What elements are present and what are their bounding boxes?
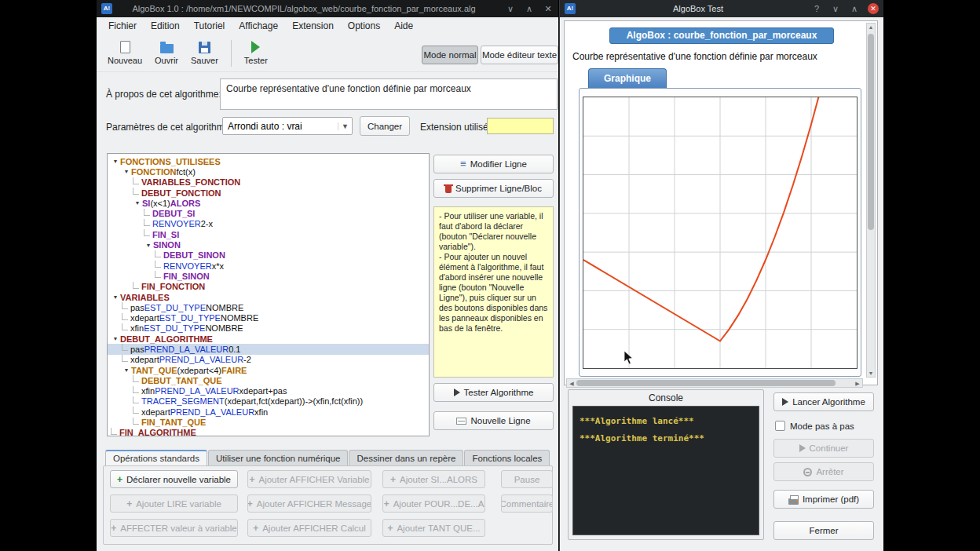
tree-line[interactable]: FIN_FONCTION bbox=[108, 282, 429, 292]
expand-arrow-icon[interactable]: ▼ bbox=[122, 169, 131, 174]
launch-algorithm-button[interactable]: Lancer Algorithme bbox=[773, 392, 874, 411]
close-button[interactable]: Fermer bbox=[773, 521, 874, 540]
tree-line[interactable]: FIN_TANT_QUE bbox=[108, 417, 429, 427]
menu-affichage[interactable]: Affichage bbox=[232, 20, 285, 31]
scroll-left-icon[interactable]: ◀ bbox=[567, 381, 576, 387]
tree-line[interactable]: xfin EST_DU_TYPE NOMBRE bbox=[108, 323, 429, 334]
branch-line bbox=[133, 407, 139, 414]
modify-line-button[interactable]: ≡ Modifier Ligne bbox=[433, 155, 554, 173]
tree-line[interactable]: DEBUT_TANT_QUE bbox=[108, 375, 429, 385]
branch-line bbox=[133, 282, 139, 289]
test-algorithm-button[interactable]: Tester Algorithme bbox=[433, 383, 554, 402]
stop-button[interactable]: Arrêter bbox=[773, 462, 874, 481]
continue-button[interactable]: Continuer bbox=[773, 439, 874, 458]
scroll-right-icon[interactable]: ▶ bbox=[853, 381, 862, 387]
algorithm-tree[interactable]: ▼FONCTIONS_UTILISEES▼FONCTION fct(x)VARI… bbox=[107, 153, 430, 436]
test-button[interactable]: Tester bbox=[238, 38, 274, 68]
scroll-up-icon[interactable]: ▲ bbox=[866, 24, 876, 30]
tree-line[interactable]: ▼SI (x<1) ALORS bbox=[108, 198, 429, 208]
tree-line[interactable]: ▼TANT_QUE (xdepart<4) FAIRE bbox=[108, 365, 429, 375]
extension-label: Extension utilisée: bbox=[420, 122, 496, 133]
action-button-ajouter-si-alors[interactable]: +Ajouter SI...ALORS bbox=[382, 470, 485, 488]
tab-dessiner-dans-un-rep-re[interactable]: Dessiner dans un repère bbox=[349, 450, 463, 466]
expand-arrow-icon[interactable]: ▼ bbox=[111, 336, 120, 341]
expand-arrow-icon[interactable]: ▼ bbox=[111, 159, 120, 164]
help-icon[interactable]: ? bbox=[811, 4, 822, 13]
menu-fichier[interactable]: Fichier bbox=[101, 20, 144, 31]
mode-normal-button[interactable]: Mode normal bbox=[422, 46, 478, 64]
minimize-icon[interactable]: ∨ bbox=[830, 4, 841, 14]
close-window-icon[interactable]: ✕ bbox=[868, 3, 879, 14]
tree-line[interactable]: ▼DEBUT_ALGORITHME bbox=[108, 334, 429, 344]
save-button[interactable]: Sauver bbox=[185, 38, 225, 68]
tree-line[interactable]: RENVOYER x*x bbox=[108, 261, 429, 271]
tree-line[interactable]: VARIABLES_FONCTION bbox=[108, 177, 429, 188]
tree-line[interactable]: DEBUT_SI bbox=[108, 208, 429, 218]
open-folder-icon bbox=[160, 44, 174, 53]
action-button-d-clarer-nouvelle-variable[interactable]: +Déclarer nouvelle variable bbox=[110, 470, 238, 488]
plus-icon: + bbox=[390, 474, 396, 485]
menu-tutoriel[interactable]: Tutoriel bbox=[187, 20, 232, 31]
tree-line[interactable]: pas PREND_LA_VALEUR 0.1 bbox=[108, 344, 429, 354]
action-button-ajouter-lire-variable[interactable]: +Ajouter LIRE variable bbox=[110, 494, 238, 513]
maximize-icon[interactable]: ∧ bbox=[849, 4, 860, 14]
horizontal-scrollbar-thumb[interactable] bbox=[576, 380, 836, 386]
tree-line[interactable]: RENVOYER 2-x bbox=[108, 219, 429, 229]
close-label: Fermer bbox=[809, 526, 838, 535]
new-line-button[interactable]: Nouvelle Ligne bbox=[433, 411, 554, 430]
new-button[interactable]: Nouveau bbox=[101, 38, 148, 68]
action-button-ajouter-afficher-message[interactable]: +Ajouter AFFICHER Message bbox=[247, 494, 371, 513]
expand-arrow-icon[interactable]: ▼ bbox=[144, 243, 153, 248]
menu-edition[interactable]: Edition bbox=[144, 20, 187, 31]
vertical-scrollbar-thumb[interactable] bbox=[868, 34, 874, 230]
tree-line[interactable]: xdepart EST_DU_TYPE NOMBRE bbox=[108, 312, 429, 323]
tree-line[interactable]: TRACER_SEGMENT (xdepart,fct(xdepart))->(… bbox=[108, 396, 429, 407]
action-button-commentaire[interactable]: Commentaire bbox=[501, 494, 553, 513]
tab-fonctions-locales[interactable]: Fonctions locales bbox=[464, 450, 550, 466]
menu-extension[interactable]: Extension bbox=[285, 20, 341, 31]
action-button-ajouter-afficher-variable[interactable]: +Ajouter AFFICHER Variable bbox=[247, 470, 371, 488]
action-button-affecter-valeur-variable[interactable]: +AFFECTER valeur à variable bbox=[110, 519, 238, 537]
expand-arrow-icon[interactable]: ▼ bbox=[122, 367, 131, 373]
action-button-ajouter-afficher-calcul[interactable]: +Ajouter AFFICHER Calcul bbox=[247, 519, 371, 537]
tree-line[interactable]: xdepart PREND_LA_VALEUR -2 bbox=[108, 355, 429, 365]
tree-line[interactable]: ▼FONCTIONS_UTILISEES bbox=[108, 156, 429, 166]
scroll-down-icon[interactable]: ▼ bbox=[866, 370, 876, 376]
maximize-icon[interactable]: ∧ bbox=[524, 4, 535, 14]
action-button-ajouter-pour-de-a[interactable]: +Ajouter POUR...DE...A bbox=[382, 494, 485, 513]
tree-line[interactable]: DEBUT_SINON bbox=[108, 250, 429, 261]
tree-line[interactable]: xdepart PREND_LA_VALEUR xfin bbox=[108, 407, 429, 417]
tree-line[interactable]: pas EST_DU_TYPE NOMBRE bbox=[108, 302, 429, 312]
tree-line[interactable]: ▼VARIABLES bbox=[108, 292, 429, 302]
tree-line[interactable]: FIN_SINON bbox=[108, 271, 429, 281]
tree-line[interactable]: ▼SINON bbox=[108, 239, 429, 250]
play-icon bbox=[799, 444, 806, 452]
horizontal-scrollbar[interactable]: ◀ ▶ bbox=[566, 378, 863, 388]
params-combobox[interactable]: Arrondi auto : vrai ▼ bbox=[222, 117, 353, 135]
mode-editeur-texte-button[interactable]: Mode éditeur texte bbox=[481, 46, 558, 64]
tab-utiliser-une-fonction-num-rique[interactable]: Utiliser une fonction numérique bbox=[208, 450, 349, 466]
tree-line[interactable]: FIN_ALGORITHME bbox=[108, 428, 429, 436]
step-mode-checkbox[interactable] bbox=[775, 421, 785, 431]
delete-line-button[interactable]: Supprimer Ligne/Bloc bbox=[433, 179, 554, 198]
expand-arrow-icon[interactable]: ▼ bbox=[111, 294, 120, 300]
vertical-scrollbar[interactable]: ▲ ▼ bbox=[866, 23, 876, 378]
expand-arrow-icon[interactable]: ▼ bbox=[133, 200, 142, 206]
tree-line[interactable]: xfin PREND_LA_VALEUR xdepart+pas bbox=[108, 386, 429, 396]
tab-op-rations-standards[interactable]: Opérations standards bbox=[105, 450, 207, 466]
tab-graphique[interactable]: Graphique bbox=[588, 68, 667, 89]
action-button-pause[interactable]: Pause bbox=[501, 470, 553, 488]
tree-line[interactable]: ▼FONCTION fct(x) bbox=[108, 166, 429, 177]
tree-line[interactable]: DEBUT_FONCTION bbox=[108, 188, 429, 198]
open-button[interactable]: Ouvrir bbox=[148, 38, 185, 68]
menu-aide[interactable]: Aide bbox=[387, 20, 420, 31]
extension-field[interactable] bbox=[487, 118, 554, 134]
minimize-icon[interactable]: ∨ bbox=[505, 4, 516, 14]
menu-options[interactable]: Options bbox=[341, 20, 387, 31]
changer-button[interactable]: Changer bbox=[360, 116, 410, 136]
about-input[interactable]: Courbe représentative d'une fonction déf… bbox=[220, 78, 558, 110]
action-button-ajouter-tant-que-[interactable]: +Ajouter TANT QUE... bbox=[382, 519, 485, 537]
close-window-icon[interactable]: ✕ bbox=[543, 4, 554, 14]
print-pdf-button[interactable]: Imprimer (pdf) bbox=[773, 490, 874, 509]
tree-line[interactable]: FIN_SI bbox=[108, 229, 429, 239]
